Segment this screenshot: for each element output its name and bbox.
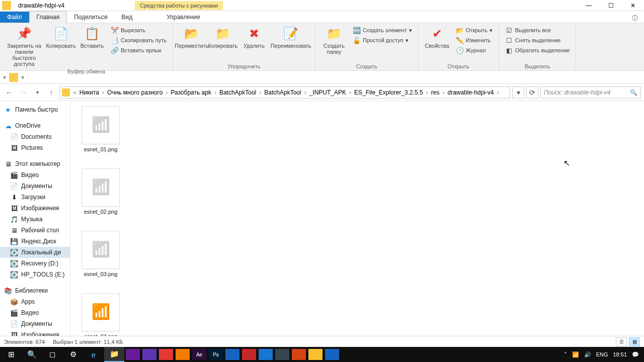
taskview-button[interactable]: ◻: [42, 347, 62, 362]
task-app5[interactable]: [225, 349, 239, 360]
crumb[interactable]: Очнь много разного: [105, 89, 165, 96]
task-app10[interactable]: [308, 349, 323, 360]
qat-chevron-icon[interactable]: ▾: [3, 74, 6, 81]
file-tile[interactable]: esnet_01.png: [75, 104, 126, 165]
tab-share[interactable]: Поделиться: [67, 12, 114, 23]
crumb[interactable]: BatchApkTool: [217, 89, 258, 96]
rename-button[interactable]: 📝Переименовать: [271, 25, 311, 50]
copy-to-button[interactable]: 📁Копировать: [208, 25, 237, 50]
select-all-button[interactable]: ☑Выделить все: [503, 26, 572, 35]
nav-docs3[interactable]: 📄Документы: [0, 318, 70, 329]
nav-forward-button[interactable]: →: [17, 86, 29, 99]
tab-manage[interactable]: Управление: [159, 12, 207, 23]
task-ps[interactable]: Ps: [209, 349, 223, 360]
breadcrumb[interactable]: « Никита›Очнь много разного›Разобрать ap…: [59, 86, 510, 99]
file-grid[interactable]: esnet_01.pngesnet_02.pngesnet_03.pngesne…: [70, 101, 644, 336]
crumb[interactable]: Разобрать apk: [169, 89, 213, 96]
new-folder-button[interactable]: 📁Создать папку: [319, 25, 349, 56]
task-app7[interactable]: [259, 349, 273, 360]
nav-hptools[interactable]: 💽HP_TOOLS (E:): [0, 269, 70, 280]
nav-up-button[interactable]: ↑: [45, 86, 57, 99]
task-app1[interactable]: [126, 349, 140, 360]
tray-lang[interactable]: ENG: [596, 351, 608, 357]
nav-images[interactable]: 🖼Изображения: [0, 203, 70, 214]
crumb[interactable]: ES_File_Explorer_3.2.5.5: [352, 89, 425, 96]
tab-home[interactable]: Главная: [29, 11, 67, 23]
nav-video2[interactable]: 🎬Видео: [0, 307, 70, 318]
task-app6[interactable]: [242, 349, 256, 360]
crumb[interactable]: _INPUT_APK: [307, 89, 348, 96]
nav-documents[interactable]: 📄Documents: [0, 131, 70, 142]
start-button[interactable]: ⊞: [1, 347, 21, 362]
nav-quick-access[interactable]: ★Панель быстро: [0, 104, 70, 115]
nav-this-pc[interactable]: 🖥Этот компьютер: [0, 158, 70, 169]
nav-images2[interactable]: 🖼Изображения: [0, 329, 70, 336]
nav-pictures[interactable]: 🖼Pictures: [0, 142, 70, 153]
folder-qat-icon[interactable]: [9, 73, 18, 82]
tab-view[interactable]: Вид: [114, 12, 139, 23]
nav-yandex[interactable]: 💾Яндекс.Диск: [0, 236, 70, 247]
history-button[interactable]: 🕑Журнал: [454, 46, 495, 55]
properties-button[interactable]: ✔Свойства: [423, 25, 452, 50]
nav-libraries[interactable]: 📚Библиотеки: [0, 285, 70, 296]
nav-docs[interactable]: 📄Документы: [0, 180, 70, 192]
minimize-button[interactable]: —: [578, 0, 600, 11]
crumb[interactable]: Никита: [77, 89, 101, 96]
ribbon-help[interactable]: ⓘ: [626, 14, 644, 23]
new-item-button[interactable]: 🆕Создать элемент ▾: [351, 26, 414, 35]
crumb[interactable]: drawable-hdpi-v4: [445, 89, 496, 96]
maximize-button[interactable]: ☐: [600, 0, 622, 11]
task-ae[interactable]: Ae: [192, 349, 206, 360]
tray-wifi-icon[interactable]: 📶: [572, 351, 579, 358]
nav-video[interactable]: 🎬Видео: [0, 169, 70, 180]
move-to-button[interactable]: 📂Переместить: [177, 25, 206, 50]
copy-button[interactable]: 📄Копировать: [46, 25, 75, 50]
task-app8[interactable]: [275, 349, 289, 360]
edit-button[interactable]: ✏️Изменить: [454, 36, 495, 45]
nav-recovery[interactable]: 💽Recovery (D:): [0, 258, 70, 269]
open-button[interactable]: 📂Открыть ▾: [454, 26, 495, 35]
qat-chevron2-icon[interactable]: ▾: [21, 74, 24, 81]
nav-desktop[interactable]: 🖥Рабочий стол: [0, 225, 70, 236]
details-view-button[interactable]: ☰: [616, 337, 627, 346]
nav-back-button[interactable]: ←: [3, 86, 15, 99]
nav-downloads[interactable]: ⬇Загрузки: [0, 192, 70, 203]
tray-notifications-icon[interactable]: 💬: [632, 351, 639, 358]
file-tile[interactable]: esnet_02.png: [75, 166, 126, 228]
easy-access-button[interactable]: 🔓Простой доступ ▾: [351, 36, 414, 45]
paste-shortcut-button[interactable]: 🔗Вставить ярлык: [109, 46, 169, 55]
refresh-button[interactable]: ⟳: [526, 86, 538, 99]
task-settings[interactable]: ⚙: [63, 347, 83, 362]
task-app11[interactable]: [325, 349, 339, 360]
task-edge[interactable]: e: [84, 347, 104, 362]
crumb[interactable]: res: [429, 89, 442, 96]
task-app4[interactable]: [176, 349, 190, 360]
nav-music[interactable]: 🎵Музыка: [0, 214, 70, 225]
task-app9[interactable]: [292, 349, 306, 360]
icons-view-button[interactable]: ▦: [629, 337, 640, 346]
tab-file[interactable]: Файл: [0, 12, 29, 23]
search-task-button[interactable]: 🔍: [22, 347, 42, 362]
tray-volume-icon[interactable]: 🔊: [584, 351, 591, 358]
search-input[interactable]: Поиск: drawable-hdpi-v4 🔍: [540, 86, 641, 99]
crumb[interactable]: BatchApkTool: [262, 89, 303, 96]
close-button[interactable]: ✕: [622, 0, 644, 11]
tray-up-icon[interactable]: ˄: [564, 351, 567, 358]
select-none-button[interactable]: ☐Снять выделение: [503, 36, 572, 45]
task-explorer[interactable]: 📁: [104, 347, 124, 362]
paste-button[interactable]: 📋Вставить: [77, 25, 107, 50]
system-tray[interactable]: ˄ 📶 🔊 ENG 18:51 💬: [564, 351, 643, 358]
task-app2[interactable]: [142, 349, 156, 360]
task-app3[interactable]: [159, 349, 173, 360]
pin-quick-access-button[interactable]: 📌Закрепить на панели быстрого доступа: [4, 25, 44, 68]
delete-button[interactable]: ✖Удалить: [239, 25, 269, 50]
tray-clock[interactable]: 18:51: [613, 351, 627, 357]
copy-path-button[interactable]: 📑Скопировать путь: [109, 36, 169, 45]
nav-apps[interactable]: 📦Apps: [0, 296, 70, 307]
cut-button[interactable]: ✂️Вырезать: [109, 26, 169, 35]
addr-dropdown-button[interactable]: ▾: [512, 86, 524, 99]
invert-selection-button[interactable]: ◧Обратить выделение: [503, 46, 572, 55]
file-tile[interactable]: esnet_04.png: [75, 291, 126, 336]
nav-onedrive[interactable]: ☁OneDrive: [0, 120, 70, 131]
nav-local-disk[interactable]: 💽Локальный ди: [0, 247, 70, 258]
